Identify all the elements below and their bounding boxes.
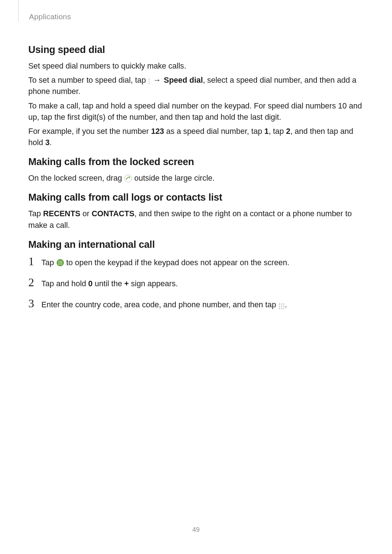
svg-point-15 <box>281 304 282 305</box>
heading-locked-screen: Making calls from the locked screen <box>28 156 364 168</box>
dial-grid-icon <box>278 301 285 308</box>
step-number-2: 2 <box>28 276 41 288</box>
text-fragment: . <box>285 300 287 309</box>
svg-point-12 <box>60 264 60 264</box>
para-speed-dial-use: To make a call, tap and hold a speed dia… <box>28 100 364 123</box>
svg-point-21 <box>281 308 282 309</box>
text-bold-123: 123 <box>151 127 164 136</box>
text-fragment: Tap <box>28 209 43 218</box>
svg-point-0 <box>148 78 150 79</box>
para-speed-dial-set: To set a number to speed dial, tap → Spe… <box>28 75 364 97</box>
para-call-logs: Tap RECENTS or CONTACTS, and then swipe … <box>28 208 364 231</box>
text-bold-recents: RECENTS <box>43 209 81 218</box>
svg-point-3 <box>124 175 132 182</box>
svg-point-10 <box>61 262 62 263</box>
step-number-3: 3 <box>28 297 41 309</box>
text-fragment: For example, if you set the number <box>28 127 151 136</box>
svg-point-1 <box>148 81 150 82</box>
svg-point-5 <box>58 261 59 262</box>
svg-point-2 <box>148 83 150 84</box>
para-locked-screen: On the locked screen, drag outside the l… <box>28 173 364 184</box>
para-speed-dial-intro: Set speed dial numbers to quickly make c… <box>28 61 364 72</box>
text-fragment: To set a number to speed dial, tap <box>28 76 148 85</box>
phone-swipe-icon <box>124 175 132 182</box>
svg-point-6 <box>60 261 60 262</box>
svg-point-17 <box>279 306 280 307</box>
para-speed-dial-example: For example, if you set the number 123 a… <box>28 126 364 148</box>
text-fragment: On the locked screen, drag <box>28 174 124 182</box>
text-fragment: outside the large circle. <box>132 174 215 182</box>
text-fragment: as a speed dial number, tap <box>164 127 264 136</box>
arrow-icon: → <box>152 75 162 86</box>
list-item: 1 Tap to open the keypad if the keypad d… <box>28 255 364 268</box>
svg-point-7 <box>61 261 62 262</box>
text-fragment: . <box>50 138 52 147</box>
text-fragment: or <box>80 209 91 218</box>
text-fragment: until the <box>93 279 124 288</box>
list-item: 2 Tap and hold 0 until the + sign appear… <box>28 276 364 290</box>
svg-point-13 <box>61 264 62 264</box>
ordered-steps: 1 Tap to open the keypad if the keypad d… <box>28 255 364 311</box>
heading-call-logs: Making calls from call logs or contacts … <box>28 192 364 203</box>
svg-point-19 <box>283 306 284 307</box>
text-fragment: sign appears. <box>129 279 178 288</box>
chapter-header: Applications <box>29 12 71 21</box>
svg-point-11 <box>58 264 59 264</box>
text-fragment: Tap and hold <box>41 279 88 288</box>
text-bold-2: 2 <box>286 127 290 136</box>
heading-international-call: Making an international call <box>28 239 364 250</box>
keypad-button-icon <box>56 259 64 267</box>
step-number-1: 1 <box>28 255 41 267</box>
svg-point-22 <box>283 308 284 309</box>
crop-mark <box>18 0 19 22</box>
svg-point-9 <box>60 262 60 263</box>
text-fragment: , tap <box>269 127 286 136</box>
svg-point-18 <box>281 306 282 307</box>
page-number: 49 <box>0 526 392 534</box>
svg-point-20 <box>279 308 280 309</box>
heading-using-speed-dial: Using speed dial <box>28 44 364 56</box>
list-item: 3 Enter the country code, area code, and… <box>28 297 364 311</box>
svg-point-8 <box>58 262 59 263</box>
more-icon <box>148 77 150 83</box>
text-bold-3: 3 <box>45 138 50 147</box>
svg-point-16 <box>283 304 284 305</box>
text-bold-contacts: CONTACTS <box>91 209 134 218</box>
svg-point-14 <box>279 304 280 305</box>
text-bold-0: 0 <box>88 279 93 288</box>
text-fragment: to open the keypad if the keypad does no… <box>64 258 289 267</box>
text-bold-1: 1 <box>264 127 269 136</box>
text-fragment: Enter the country code, area code, and p… <box>41 300 278 309</box>
text-bold-speed-dial: Speed dial <box>164 76 203 85</box>
text-bold-plus: + <box>124 279 129 288</box>
text-fragment: Tap <box>41 258 56 267</box>
content-area: Using speed dial Set speed dial numbers … <box>28 36 364 319</box>
